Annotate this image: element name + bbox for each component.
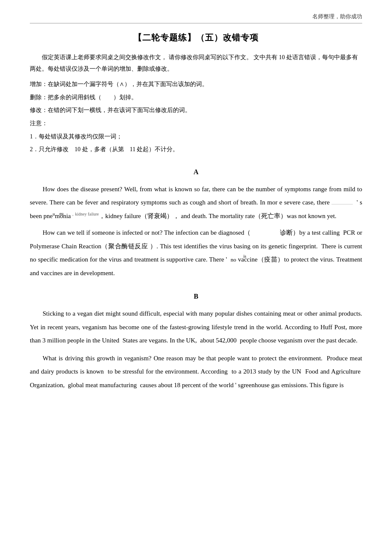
main-title: 【二轮专题练】（五）改错专项 (30, 32, 362, 43)
instructions-delete: 删除：把多余的词用斜线（ ）划掉。 (30, 92, 362, 104)
section-b-para2: What is driving this growth in veganism?… (30, 352, 362, 392)
header: 名师整理，助你成功 (30, 13, 362, 23)
section-b: B Sticking to a vegan diet might sound d… (30, 293, 362, 392)
page: 名师整理，助你成功 【二轮专题练】（五）改错专项 假定英语课上老师要求同桌之间交… (0, 0, 392, 555)
detected-word-the: s (238, 382, 241, 388)
note1: 1．每处错误及其修改均仅限一词； (30, 131, 362, 143)
section-b-para1: Sticking to a vegan diet might sound dif… (30, 307, 362, 348)
instructions-intro: 假定英语课上老师要求同桌之间交换修改作文， 请你修改你同桌写的以下作文。 文中共… (30, 52, 362, 75)
instructions-add: 增加：在缺词处加一个漏字符号（∧），并在其下面写出该加的词。 (30, 79, 362, 90)
section-a-para1: How does the disease present? Well, from… (30, 183, 362, 223)
notes-label: 注意： (30, 118, 362, 129)
note2: 2．只允许修改 10 处，多者（从第 11 处起）不计分。 (30, 144, 362, 155)
header-text: 名师整理，助你成功 (312, 13, 362, 20)
instructions-modify: 修改：在错的词下划一横线，并在该词下面写出修改后的词。 (30, 105, 362, 116)
section-b-label: B (30, 293, 362, 300)
section-a-label: A (30, 168, 362, 176)
section-a-para2: How can we tell if someone is infected o… (30, 226, 362, 280)
